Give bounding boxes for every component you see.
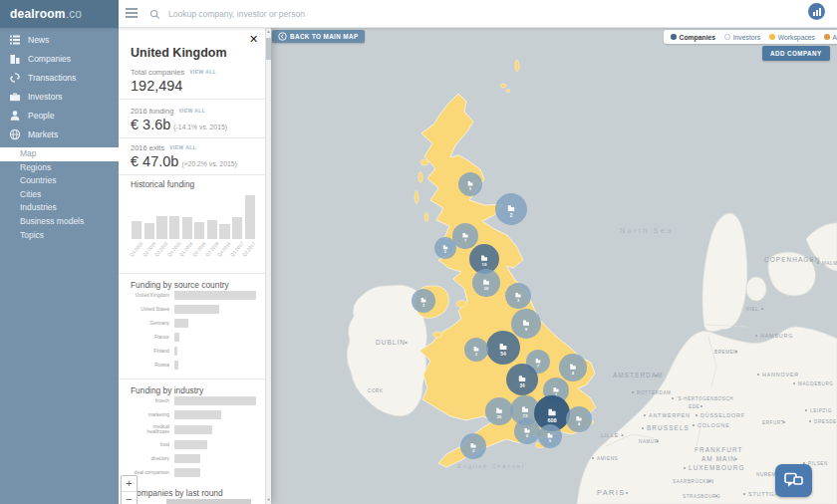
map-bubble[interactable]: 3	[460, 433, 486, 459]
hist-bar	[169, 216, 179, 239]
sidebar-item-investors[interactable]: Investors	[0, 89, 119, 104]
hamburger-menu-icon[interactable]	[126, 8, 138, 19]
map-city-label: AMIENS	[597, 456, 618, 461]
sidebar-item-companies[interactable]: Companies	[0, 51, 119, 66]
map-bubble[interactable]: 7	[452, 223, 478, 249]
bar-row: Germany	[131, 319, 256, 328]
back-to-main-map-button[interactable]: BACK TO MAIN MAP	[272, 30, 365, 43]
city-dot	[656, 375, 658, 377]
map-city-label: ROTTERDAM	[637, 390, 672, 395]
map-bubble[interactable]: 10	[472, 269, 500, 297]
map-city-label: MALMÖ	[822, 260, 837, 266]
hist-bar-label: Q2 2016	[191, 241, 206, 258]
sidebar-item-map[interactable]: Map	[0, 147, 119, 161]
map-city-label: DRESDEN	[814, 419, 837, 424]
map-bubble[interactable]: 54	[486, 331, 520, 365]
bar-row-fill	[174, 361, 178, 370]
map-city-label: CORK	[368, 388, 384, 393]
city-dot	[632, 391, 634, 393]
scrollbar-down-arrow[interactable]: ▼	[266, 496, 271, 504]
stat-2016-exits-note: (+20.2% vs. 2015)	[181, 160, 236, 167]
companies-by-last-round-title: Companies by last round	[131, 488, 223, 498]
map-bubble[interactable]: 5	[458, 172, 482, 196]
chat-bubble-icon	[784, 472, 803, 489]
sidebar-item-topics[interactable]: Topics	[0, 229, 119, 243]
city-dot	[405, 342, 407, 344]
funding-by-industry-title: Funding by industry	[131, 385, 203, 395]
bubble-count: 608	[547, 417, 556, 423]
map-city-label: SAARBRÜCKEN	[673, 478, 714, 484]
sidebar-item-people[interactable]: People	[0, 108, 119, 123]
layer-accelerators[interactable]: Accelerators	[824, 34, 837, 41]
bar-row-label: fintech	[131, 398, 174, 404]
sidebar-item-cities[interactable]: Cities	[0, 188, 119, 202]
funding-by-industry-chart: fintechmarketingmedical healthcarefooddi…	[131, 396, 256, 482]
map-bubble[interactable]: 9	[511, 309, 541, 339]
map-city-label: BRUSSELS	[647, 424, 690, 431]
bubble-count: 7	[464, 239, 466, 243]
divider	[119, 174, 265, 175]
bubble-count: 10	[484, 286, 489, 291]
map-bubble[interactable]: 3	[412, 289, 435, 313]
sidebar-item-regions[interactable]: Regions	[0, 161, 119, 175]
city-dot	[696, 414, 698, 416]
bubble-count: 34	[519, 383, 525, 388]
city-dot	[783, 421, 785, 423]
layer-investors[interactable]: Investors	[724, 34, 760, 41]
add-company-button[interactable]: ADD COMPANY	[762, 46, 830, 61]
markets-subnav: Map Regions Countries Cities Industries …	[0, 147, 119, 242]
view-all-link[interactable]: VIEW ALL	[169, 144, 196, 150]
sidebar-item-transactions[interactable]: Transactions	[0, 70, 119, 85]
city-dot	[693, 424, 695, 426]
map-bubble[interactable]: 34	[506, 364, 538, 395]
map-bubble[interactable]: 5	[434, 237, 456, 259]
map-bubble[interactable]: 8	[514, 418, 540, 444]
city-dot	[761, 308, 763, 310]
stat-2016-exits-label: 2016 exitsVIEW ALL	[131, 143, 196, 152]
chat-widget-button[interactable]	[775, 464, 812, 497]
map-city-label: PARIS	[597, 488, 626, 497]
sea-label: English Channel	[457, 463, 525, 469]
map-bubble[interactable]: 3	[505, 283, 531, 309]
map-bubble[interactable]: 2	[495, 193, 527, 225]
map-bubble[interactable]: 25	[485, 397, 513, 425]
panel-scrollbar[interactable]: ▲ ▼	[265, 28, 271, 504]
map-bubble[interactable]: 4	[566, 406, 592, 432]
sidebar-item-countries[interactable]: Countries	[0, 174, 119, 188]
map-city-label: HAMBURG	[760, 333, 793, 339]
zoom-in-button[interactable]: +	[122, 476, 137, 492]
investors-radio-icon	[724, 34, 730, 40]
layer-companies[interactable]: Companies	[671, 34, 715, 41]
sidebar-item-business-models[interactable]: Business models	[0, 215, 119, 229]
bubble-count: 3	[517, 299, 519, 303]
bar-row: United States	[131, 305, 256, 314]
scrollbar-thumb[interactable]	[266, 38, 271, 60]
bubble-count: 25	[497, 414, 502, 419]
map-bubble[interactable]: 2	[464, 338, 488, 362]
hist-bar	[245, 195, 255, 239]
view-all-link[interactable]: VIEW ALL	[189, 69, 216, 75]
sidebar-item-industries[interactable]: Industries	[0, 201, 119, 215]
view-all-link[interactable]: VIEW ALL	[178, 108, 205, 114]
hist-bar	[194, 222, 204, 239]
city-dot	[735, 458, 737, 460]
scrollbar-up-arrow[interactable]: ▲	[266, 28, 271, 36]
logo[interactable]: dealroom.co	[0, 0, 119, 28]
city-dot	[684, 467, 686, 469]
people-icon	[9, 110, 21, 122]
city-dot	[757, 374, 759, 376]
zoom-out-button[interactable]: −	[122, 492, 137, 504]
search-input[interactable]	[166, 8, 525, 20]
sidebar-item-markets[interactable]: Markets	[0, 126, 119, 141]
bubble-count: 9	[549, 439, 551, 443]
city-dot	[735, 351, 737, 353]
bar-row: directory	[131, 454, 256, 463]
map-bubble[interactable]: 4	[559, 354, 587, 381]
stat-total-companies-value: 192,494	[131, 78, 182, 94]
close-icon[interactable]: ✕	[249, 34, 258, 44]
layer-companies-label: Companies	[680, 34, 716, 41]
avatar[interactable]	[808, 3, 825, 20]
sidebar-item-news[interactable]: News	[0, 32, 119, 47]
map-bubble[interactable]: 9	[538, 424, 562, 448]
layer-workspaces[interactable]: Workspaces	[769, 34, 815, 41]
